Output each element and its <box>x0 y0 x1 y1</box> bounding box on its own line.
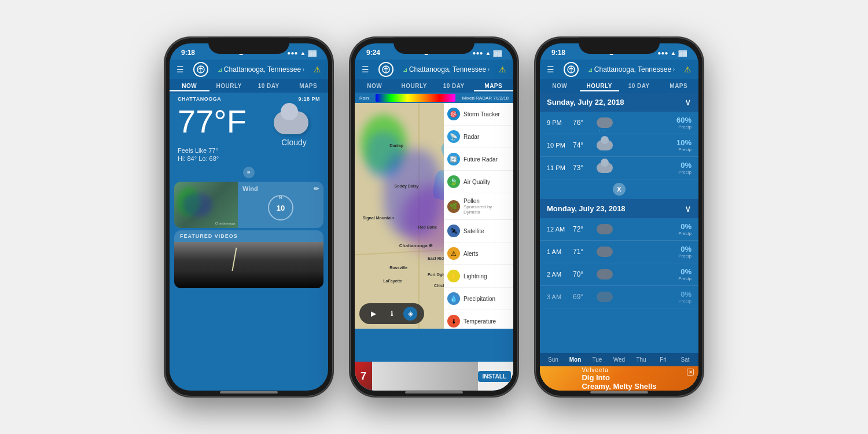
layers-btn[interactable]: ◈ <box>403 307 417 321</box>
nav-fri[interactable]: Fri <box>652 356 674 363</box>
compass: N 10 <box>268 195 293 220</box>
home-indicator-1 <box>220 391 278 393</box>
precip-label-3am: Precip <box>678 299 692 304</box>
tab-maps-3[interactable]: MAPS <box>659 82 699 91</box>
menu-icon-3[interactable]: ☰ <box>547 65 554 74</box>
tab-now-3[interactable]: NOW <box>540 82 580 91</box>
tab-hourly-3[interactable]: HOURLY <box>580 82 620 91</box>
alert-icon-2[interactable]: ⚠ <box>499 65 506 74</box>
nav-mon[interactable]: Mon <box>564 356 586 363</box>
install-btn[interactable]: INSTALL <box>478 371 511 382</box>
tab-hourly-2[interactable]: HOURLY <box>395 82 435 91</box>
map-controls: ▶ ℹ ◈ <box>359 303 424 324</box>
ad-close[interactable]: ✕ <box>687 369 694 376</box>
tab-now-1[interactable]: NOW <box>170 82 209 91</box>
radar-bar-container: Rain Mixed RADAR 7/22/18 <box>355 93 513 103</box>
icon-12am <box>593 224 616 234</box>
nav-location-2[interactable]: ⊿ Chattanooga, Tennessee › <box>403 65 490 73</box>
nav-tue[interactable]: Tue <box>586 356 608 363</box>
app-logo-2 <box>378 62 393 77</box>
menu-lightning[interactable]: ⚡ Lightning <box>444 265 513 288</box>
precip-pct-3am: 0% <box>678 290 692 299</box>
wifi-icon-1: ▲ <box>300 50 306 56</box>
scroll-indicator: ≡ <box>170 167 328 178</box>
satellite-icon: 🛰 <box>447 225 460 237</box>
tab-10day-2[interactable]: 10 DAY <box>434 82 474 91</box>
feels-like: Feels Like 77° <box>178 147 320 154</box>
nav-thu[interactable]: Thu <box>630 356 652 363</box>
hour-9pm: 9 PM <box>547 119 573 126</box>
nav-sun[interactable]: Sun <box>542 356 564 363</box>
velveeta-brand: Velveeta <box>582 367 656 373</box>
alert-icon-3[interactable]: ⚠ <box>684 65 692 74</box>
menu-precipitation[interactable]: 💧 Precipitation <box>444 288 513 310</box>
menu-satellite[interactable]: 🛰 Satellite <box>444 220 513 242</box>
tab-10day-1[interactable]: 10 DAY <box>249 82 289 91</box>
play-btn[interactable]: ▶ <box>366 307 380 321</box>
alert-icon-1[interactable]: ⚠ <box>314 65 321 74</box>
location-text-2: Chattanooga, Tennessee <box>409 65 486 73</box>
home-indicator-3 <box>590 391 648 393</box>
info-btn[interactable]: ℹ <box>385 307 399 321</box>
precipitation-icon: 💧 <box>447 292 460 305</box>
menu-air-quality[interactable]: 🍃 Air Quality <box>444 171 513 193</box>
city-chattanooga-marker: Chattanooga ⊕ <box>399 243 433 248</box>
monday-header[interactable]: Monday, July 23, 2018 ∨ <box>540 199 698 218</box>
moon-cloud-2am <box>597 269 613 279</box>
menu-future-radar[interactable]: 🔄 Future Radar <box>444 148 513 171</box>
edit-icon[interactable]: ✏ <box>314 185 319 193</box>
current-time: 9:18 PM <box>298 96 320 102</box>
battery-icon-3: ▓▓ <box>678 50 687 56</box>
pollen-icon: 🌿 <box>447 200 460 213</box>
pollen-info: Pollen Sponsored by Dymista <box>464 198 510 215</box>
signal-icon-1: ●●● <box>287 50 297 56</box>
signal-icon-2: ●●● <box>472 50 483 56</box>
menu-temperature[interactable]: 🌡 Temperature <box>444 310 513 329</box>
radar-blue-2 <box>366 132 401 178</box>
condition-section: Cloudy <box>274 111 314 147</box>
precip-label-9pm: Precip <box>676 124 692 130</box>
nav-sat[interactable]: Sat <box>674 356 696 363</box>
mini-map: Chattanooga <box>174 182 238 228</box>
nav-location-3[interactable]: ⊿ Chattanooga, Tennessee › <box>588 65 675 73</box>
ad-banner-3[interactable]: Velveeta Dig IntoCreamy, Melty Shells ✕ <box>540 366 698 391</box>
hour-row-11pm: 11 PM 73° 0% Precip <box>540 157 698 179</box>
cloud-icon-10pm <box>597 140 613 150</box>
menu-icon-1[interactable]: ☰ <box>176 65 184 74</box>
app-logo-3 <box>564 62 579 77</box>
close-button[interactable]: X <box>613 183 626 196</box>
nav-wed[interactable]: Wed <box>608 356 630 363</box>
map-section: Dunlap Soddy Daisy Signal Mountain Red B… <box>355 103 513 329</box>
wind-widget[interactable]: Chattanooga Wind ✏ N 10 <box>174 182 323 228</box>
icon-3am <box>593 292 616 302</box>
compass-n: N <box>279 195 282 200</box>
tab-hourly-1[interactable]: HOURLY <box>209 82 249 91</box>
location-text-3: Chattanooga, Tennessee <box>594 65 671 73</box>
tab-now-2[interactable]: NOW <box>355 82 395 91</box>
condition-label: Cloudy <box>281 138 307 147</box>
precip-label-10pm: Precip <box>676 147 692 152</box>
precip-pct-9pm: 60% <box>676 116 692 124</box>
tab-10day-3[interactable]: 10 DAY <box>619 82 659 91</box>
status-arrow-3: ▲ <box>608 49 615 56</box>
menu-alerts[interactable]: ⚠ Alerts <box>444 242 513 265</box>
featured-video-player[interactable] <box>174 242 323 288</box>
air-quality-icon: 🍃 <box>447 175 460 188</box>
radar-label-left: Rain <box>359 95 369 101</box>
temp-display: 77°F <box>178 105 247 138</box>
sunday-header[interactable]: Sunday, July 22, 2018 ∨ <box>540 93 698 112</box>
location-chevron-3: › <box>673 67 675 72</box>
menu-radar[interactable]: 📡 Radar <box>444 126 513 148</box>
menu-pollen[interactable]: 🌿 Pollen Sponsored by Dymista <box>444 193 513 220</box>
precip-10pm: 10% Precip <box>676 138 692 152</box>
hour-row-1am: 1 AM 71° 0% Precip <box>540 241 698 263</box>
tab-maps-1[interactable]: MAPS <box>289 82 329 91</box>
menu-icon-2[interactable]: ☰ <box>362 65 369 74</box>
hour-1am: 1 AM <box>547 248 573 255</box>
precip-2am: 0% Precip <box>678 267 692 281</box>
tab-maps-2[interactable]: MAPS <box>474 82 514 91</box>
phone-2: 9:24 ▲ ●●● ▲ ▓▓ ☰ ⊿ Chattanooga, Tenness… <box>350 38 518 396</box>
temp-3am: 69° <box>573 293 593 301</box>
menu-storm-tracker[interactable]: 🎯 Storm Tracker <box>444 103 513 126</box>
nav-location-1[interactable]: ⊿ Chattanooga, Tennessee › <box>218 65 304 73</box>
